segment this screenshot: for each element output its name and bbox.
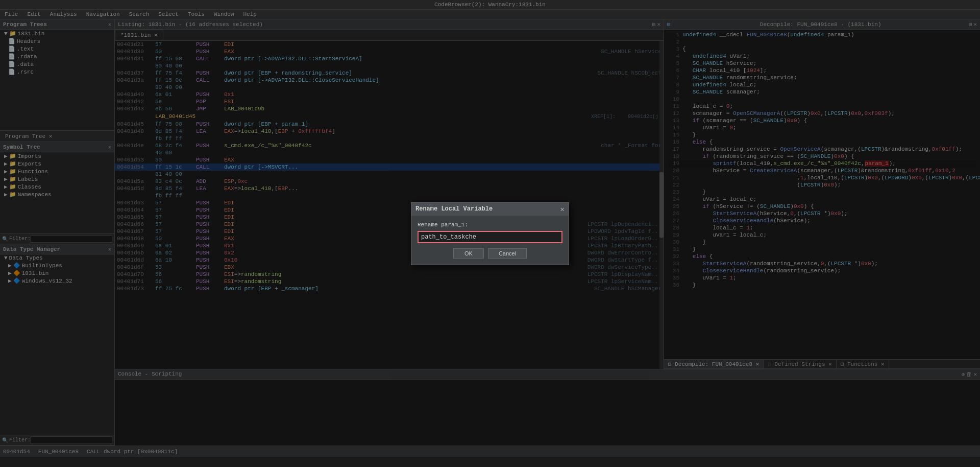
dialog-buttons: OK Cancel xyxy=(418,248,562,259)
dialog-label: Rename param_1: xyxy=(418,222,562,228)
dialog-body: Rename param_1: OK Cancel xyxy=(411,216,569,265)
dialog-ok-button[interactable]: OK xyxy=(453,248,484,259)
rename-dialog: Rename Local Variable ✕ Rename param_1: … xyxy=(411,202,569,265)
dialog-close-button[interactable]: ✕ xyxy=(560,205,565,214)
dialog-title-bar: Rename Local Variable ✕ xyxy=(411,203,569,216)
dialog-title: Rename Local Variable xyxy=(415,205,493,213)
dialog-overlay: Rename Local Variable ✕ Rename param_1: … xyxy=(0,0,980,467)
dialog-cancel-button[interactable]: Cancel xyxy=(488,248,527,259)
rename-input[interactable] xyxy=(418,231,562,243)
